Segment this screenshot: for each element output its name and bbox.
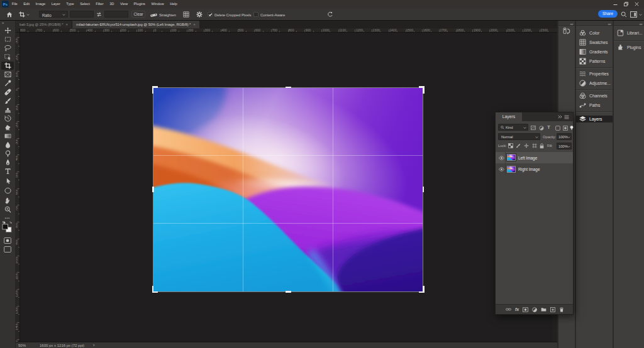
document-tab-active[interactable]: milad-fakurian-ERUfcyxz514-unsplash.jpg …: [72, 21, 199, 28]
tool-eyedropper[interactable]: [1, 79, 14, 87]
layer-thumbnail[interactable]: [507, 154, 516, 161]
dock-item-color[interactable]: Color: [576, 30, 613, 36]
opacity-value[interactable]: 100%: [557, 133, 572, 140]
tool-hand[interactable]: [1, 197, 14, 205]
layer-thumbnail[interactable]: [507, 166, 516, 173]
document-tab-inactive[interactable]: bali-3.jpg @ 25% (RGB/8) * ×: [16, 21, 72, 28]
share-button[interactable]: Share: [598, 10, 618, 18]
crop-handle-s[interactable]: [286, 291, 291, 293]
minimize-icon[interactable]: [613, 2, 618, 6]
lock-position-icon[interactable]: [524, 143, 529, 148]
restore-icon[interactable]: [624, 2, 628, 6]
crop-handle-sw[interactable]: [152, 291, 158, 293]
crop-overlay-options-icon[interactable]: [183, 11, 189, 18]
dock-item-properties[interactable]: Properties: [576, 70, 613, 77]
canvas-area[interactable]: [20, 33, 553, 342]
crop-handle-se[interactable]: [423, 286, 425, 291]
close-icon[interactable]: [635, 2, 639, 6]
menu-layer[interactable]: Layer: [48, 0, 64, 8]
menu-view[interactable]: View: [117, 0, 131, 8]
dock-item-plugins[interactable]: Plugins: [614, 44, 644, 51]
layer-name[interactable]: Left Image: [518, 156, 537, 160]
dock-item-gradients[interactable]: Gradients: [576, 48, 613, 55]
delete-layer-icon[interactable]: [559, 307, 564, 312]
dock-item-channels[interactable]: Channels: [576, 92, 613, 99]
workspace-chevron-icon[interactable]: [639, 14, 642, 16]
menu-filter[interactable]: Filter: [92, 0, 106, 8]
layer-filter-kind-select[interactable]: Kind: [498, 124, 528, 131]
link-layers-icon[interactable]: [506, 307, 511, 312]
tool-history-brush[interactable]: [1, 114, 14, 122]
layer-row-right-image[interactable]: Right Image: [496, 163, 573, 175]
tool-brush[interactable]: [1, 97, 14, 105]
lock-all-icon[interactable]: [540, 143, 544, 149]
tool-type[interactable]: [1, 167, 14, 175]
tool-pen[interactable]: [1, 158, 14, 166]
dock-item-swatches[interactable]: Swatches: [576, 39, 613, 46]
tool-preset-chevron-icon[interactable]: [26, 14, 30, 16]
tool-shape[interactable]: [1, 187, 14, 195]
fill-value[interactable]: 100%: [557, 143, 572, 150]
crop-handle-w[interactable]: [152, 187, 154, 192]
reset-tool-icon[interactable]: [327, 11, 333, 18]
crop-bounds[interactable]: [153, 88, 423, 291]
menu-select[interactable]: Select: [77, 0, 92, 8]
filter-pixel-layers-icon[interactable]: [531, 126, 536, 130]
tool-clone-stamp[interactable]: [1, 106, 14, 114]
collapse-dock-icon[interactable]: ««: [639, 22, 642, 26]
add-layer-mask-icon[interactable]: [523, 307, 528, 312]
filter-toggle-icon[interactable]: [570, 126, 574, 130]
swap-dimensions-icon[interactable]: [96, 12, 102, 17]
crop-handle-sw[interactable]: [152, 286, 154, 291]
zoom-level[interactable]: 50%: [18, 344, 26, 347]
panel-icon-history[interactable]: [563, 27, 570, 35]
dock-item-paths[interactable]: Paths: [576, 102, 613, 109]
straighten-icon[interactable]: [150, 12, 157, 18]
search-icon[interactable]: [621, 11, 627, 18]
tool-move[interactable]: [1, 26, 14, 35]
workspace-switcher-icon[interactable]: [630, 11, 637, 18]
menu-type[interactable]: Type: [64, 0, 77, 8]
layer-visibility-eye-icon[interactable]: [499, 156, 504, 160]
delete-cropped-pixels-checkbox[interactable]: [208, 12, 213, 17]
crop-tool-preset-icon[interactable]: [19, 11, 25, 18]
layers-panel-tab[interactable]: Layers: [496, 112, 522, 121]
menu-file[interactable]: File: [9, 0, 21, 8]
tool-crop[interactable]: [1, 62, 14, 70]
new-adjustment-layer-icon[interactable]: [532, 307, 537, 312]
tool-object-selection[interactable]: [1, 53, 14, 61]
crop-ratio-select[interactable]: Ratio: [39, 11, 68, 18]
clear-button[interactable]: Clear: [131, 11, 145, 18]
layer-row-left-image[interactable]: Left Image: [496, 152, 573, 164]
layer-effects-icon[interactable]: fx: [515, 307, 519, 312]
screen-mode-icon[interactable]: [1, 246, 14, 254]
tool-healing-brush[interactable]: [1, 88, 14, 96]
filter-adjustment-layers-icon[interactable]: [539, 126, 544, 131]
tab-close-icon[interactable]: ×: [66, 23, 68, 26]
lock-pixels-icon[interactable]: [516, 143, 521, 148]
layer-name[interactable]: Right Image: [518, 167, 540, 171]
toolbar-collapse-icon[interactable]: »: [2, 21, 4, 24]
crop-handle-e[interactable]: [423, 187, 425, 192]
tool-eraser[interactable]: [1, 123, 14, 131]
foreground-background-colors[interactable]: [2, 221, 13, 234]
panel-collapse-icon[interactable]: [558, 115, 562, 119]
menu-image[interactable]: Image: [33, 0, 48, 8]
collapse-dock-icon[interactable]: ««: [608, 22, 611, 26]
dock-item-patterns[interactable]: Patterns: [576, 58, 613, 65]
tool-blur[interactable]: [1, 141, 14, 149]
tool-dodge[interactable]: [1, 150, 14, 158]
collapse-dock-icon[interactable]: ««: [570, 22, 573, 26]
crop-settings-gear-icon[interactable]: [196, 11, 203, 18]
status-arrow-icon[interactable]: ›: [93, 343, 94, 347]
tool-path-select[interactable]: [1, 177, 14, 185]
crop-handle-se[interactable]: [419, 291, 425, 293]
tab-close-icon[interactable]: ×: [193, 23, 195, 26]
menu-plugins[interactable]: Plugins: [131, 0, 148, 8]
crop-handle-nw[interactable]: [152, 88, 154, 94]
menu-edit[interactable]: Edit: [21, 0, 33, 8]
crop-handle-n[interactable]: [286, 87, 291, 89]
tool-lasso[interactable]: [1, 44, 14, 52]
new-layer-icon[interactable]: [550, 307, 555, 312]
tool-marquee[interactable]: [1, 35, 14, 43]
